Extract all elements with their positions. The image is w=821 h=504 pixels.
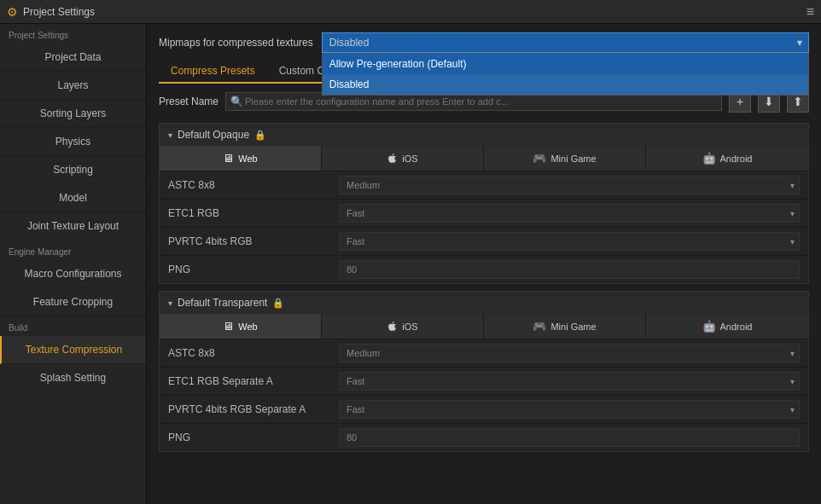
- chevron-down-icon: ▾: [168, 298, 172, 308]
- select-wrapper: Medium▾: [339, 176, 800, 194]
- sidebar-item-scripting[interactable]: Scripting: [0, 156, 146, 184]
- texture-row: PVRTC 4bits RGB Separate AFast▾: [160, 396, 808, 424]
- content-area: Mipmaps for compressed textures Disabled…: [147, 24, 821, 504]
- android-icon: 🤖: [702, 152, 716, 165]
- main-layout: Project SettingsProject DataLayersSortin…: [0, 24, 821, 504]
- default-opaque-section-platform-tabs: 🖥WebiOS🎮Mini Game🤖Android: [160, 146, 808, 171]
- texture-control: Fast▾: [339, 372, 800, 391]
- texture-row: PNG80: [160, 256, 808, 283]
- mini game-icon: 🎮: [533, 152, 546, 165]
- select-wrapper: Fast▾: [339, 232, 800, 251]
- chevron-down-icon: ▾: [168, 130, 172, 140]
- android-icon: 🤖: [702, 320, 716, 333]
- sidebar-section-label: Build: [0, 316, 146, 336]
- sidebar-item-texture-compression[interactable]: Texture Compression: [0, 336, 146, 364]
- sidebar-item-project-data[interactable]: Project Data: [0, 43, 146, 72]
- texture-select[interactable]: Fast: [339, 372, 800, 391]
- select-wrapper: Fast▾: [339, 372, 800, 391]
- mini game-icon: 🎮: [533, 320, 546, 333]
- platform-tab-label: Web: [238, 154, 257, 164]
- web-icon: 🖥: [223, 320, 234, 333]
- default-transparent-section-title: Default Transparent: [178, 297, 267, 309]
- default-transparent-section-platform-tabs: 🖥WebiOS🎮Mini Game🤖Android: [160, 314, 808, 339]
- texture-control: Fast▾: [339, 400, 800, 419]
- texture-row: ASTC 8x8Medium▾: [160, 171, 808, 200]
- texture-value: 80: [339, 428, 800, 447]
- texture-control: Fast▾: [339, 232, 800, 251]
- web-icon: 🖥: [223, 152, 234, 165]
- texture-control: Fast▾: [339, 204, 800, 223]
- default-transparent-section-platform-mini-game[interactable]: 🎮Mini Game: [484, 314, 646, 339]
- texture-value: 80: [339, 260, 800, 279]
- sidebar-section-label: Project Settings: [0, 24, 146, 43]
- top-controls: Mipmaps for compressed textures Disabled…: [147, 24, 821, 84]
- default-opaque-section-platform-ios[interactable]: iOS: [322, 146, 484, 171]
- sidebar-item-joint-texture-layout[interactable]: Joint Texture Layout: [0, 212, 146, 240]
- texture-label: ASTC 8x8: [168, 179, 339, 191]
- gear-icon: ⚙: [7, 5, 18, 19]
- texture-row: PVRTC 4bits RGBFast▾: [160, 228, 808, 256]
- platform-tab-label: Android: [720, 322, 753, 332]
- default-opaque-section: ▾ Default Opaque 🔒 🖥WebiOS🎮Mini Game🤖And…: [159, 123, 809, 284]
- sidebar: Project SettingsProject DataLayersSortin…: [0, 24, 147, 504]
- platform-tab-label: Web: [238, 322, 257, 332]
- mipmaps-row: Mipmaps for compressed textures Disabled…: [159, 32, 809, 53]
- sidebar-item-feature-cropping[interactable]: Feature Cropping: [0, 288, 146, 316]
- mipmap-dropdown-value: Disabled: [329, 37, 370, 49]
- sidebar-item-physics[interactable]: Physics: [0, 128, 146, 156]
- select-wrapper: Fast▾: [339, 204, 800, 223]
- mipmaps-label: Mipmaps for compressed textures: [159, 37, 313, 49]
- platform-tab-label: iOS: [402, 322, 417, 332]
- search-icon: 🔍: [230, 96, 243, 107]
- sidebar-item-macro-configurations[interactable]: Macro Configurations: [0, 260, 146, 288]
- platform-tab-label: Mini Game: [550, 154, 596, 164]
- platform-tab-label: Android: [720, 154, 753, 164]
- dropdown-option[interactable]: Disabled: [323, 74, 808, 95]
- texture-row: ETC1 RGBFast▾: [160, 200, 808, 228]
- tab-compress-presets[interactable]: Compress Presets: [159, 60, 267, 84]
- texture-row: ASTC 8x8Medium▾: [160, 339, 808, 368]
- default-opaque-section-platform-mini-game[interactable]: 🎮Mini Game: [484, 146, 646, 171]
- default-opaque-section-platform-web[interactable]: 🖥Web: [160, 146, 322, 171]
- texture-label: PNG: [168, 264, 339, 275]
- texture-select[interactable]: Fast: [339, 400, 800, 419]
- texture-control: Medium▾: [339, 344, 800, 362]
- default-opaque-section-title: Default Opaque: [178, 129, 249, 141]
- sidebar-section-label: Engine Manager: [0, 240, 146, 260]
- texture-label: PVRTC 4bits RGB: [168, 235, 339, 247]
- sidebar-item-splash-setting[interactable]: Splash Setting: [0, 364, 146, 392]
- lock-icon: 🔒: [254, 130, 266, 141]
- default-opaque-section-header[interactable]: ▾ Default Opaque 🔒: [160, 124, 808, 146]
- default-transparent-section-platform-ios[interactable]: iOS: [322, 314, 484, 339]
- mipmap-dropdown-wrapper: Disabled ▾ Allow Pre-generation (Default…: [322, 32, 809, 53]
- sidebar-item-sorting-layers[interactable]: Sorting Layers: [0, 100, 146, 128]
- title-bar-left: ⚙ Project Settings: [7, 5, 95, 19]
- platform-tab-label: iOS: [402, 154, 417, 164]
- sidebar-item-layers[interactable]: Layers: [0, 72, 146, 100]
- texture-label: ETC1 RGB Separate A: [168, 375, 339, 387]
- texture-label: PVRTC 4bits RGB Separate A: [168, 403, 339, 415]
- select-wrapper: Fast▾: [339, 400, 800, 419]
- dropdown-option[interactable]: Allow Pre-generation (Default): [323, 54, 808, 74]
- mipmap-dropdown-popup: Allow Pre-generation (Default)Disabled: [322, 53, 809, 96]
- texture-label: ETC1 RGB: [168, 207, 339, 219]
- sidebar-item-model[interactable]: Model: [0, 184, 146, 212]
- platform-tab-label: Mini Game: [550, 322, 596, 332]
- preset-name-label: Preset Name: [159, 96, 218, 107]
- default-transparent-section-header[interactable]: ▾ Default Transparent 🔒: [160, 292, 808, 314]
- hamburger-icon[interactable]: ≡: [806, 4, 814, 20]
- default-transparent-section-platform-web[interactable]: 🖥Web: [160, 314, 322, 339]
- title-bar-title: Project Settings: [23, 6, 95, 18]
- texture-control: 80: [339, 428, 800, 447]
- texture-select[interactable]: Fast: [339, 232, 800, 251]
- texture-label: ASTC 8x8: [168, 347, 339, 359]
- texture-select[interactable]: Fast: [339, 204, 800, 223]
- texture-select[interactable]: Medium: [339, 176, 800, 194]
- texture-select[interactable]: Medium: [339, 344, 800, 362]
- mipmap-dropdown[interactable]: Disabled: [322, 32, 809, 53]
- title-bar: ⚙ Project Settings ≡: [0, 0, 821, 24]
- texture-control: 80: [339, 260, 800, 279]
- default-transparent-section-platform-android[interactable]: 🤖Android: [646, 314, 808, 339]
- default-opaque-section-platform-android[interactable]: 🤖Android: [646, 146, 808, 171]
- texture-row: ETC1 RGB Separate AFast▾: [160, 368, 808, 396]
